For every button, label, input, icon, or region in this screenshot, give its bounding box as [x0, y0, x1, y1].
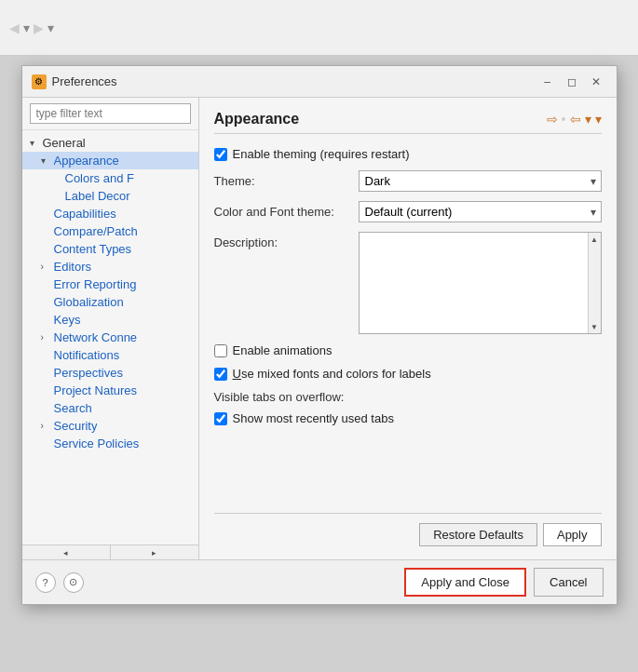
sidebar-scroll-left[interactable]: ◂: [22, 545, 111, 559]
tree-item-error[interactable]: Error Reporting: [22, 276, 198, 293]
dialog-title: Preferences: [52, 74, 117, 88]
footer-buttons: Apply and Close Cancel: [404, 568, 603, 597]
label-error: Error Reporting: [54, 277, 137, 291]
footer-icons: ? ⊙: [35, 572, 84, 593]
back-icon[interactable]: ◀: [9, 20, 20, 35]
description-label: Description:: [214, 232, 359, 249]
prefs-icon: ⚙: [32, 74, 47, 89]
window-controls: – ◻ ✕: [536, 73, 607, 91]
tree-item-network[interactable]: › Network Conne: [22, 329, 198, 346]
label-general: General: [43, 136, 86, 150]
sidebar-scroll-right[interactable]: ▸: [111, 545, 198, 559]
minimize-button[interactable]: –: [536, 73, 559, 91]
tree-item-service-policies[interactable]: Service Policies: [22, 435, 198, 452]
close-button[interactable]: ✕: [585, 73, 607, 91]
visible-tabs-section: Visible tabs on overflow: Show most rece…: [214, 390, 602, 435]
label-network: Network Conne: [54, 330, 138, 344]
arrow-label: [52, 191, 65, 201]
apply-close-button[interactable]: Apply and Close: [404, 568, 526, 597]
enable-theming-label[interactable]: Enable theming (requires restart): [214, 147, 410, 161]
show-recent-checkbox[interactable]: [214, 412, 227, 425]
arrow-network: ›: [41, 332, 54, 343]
filter-wrap: [22, 98, 198, 130]
enable-animations-checkbox[interactable]: [214, 344, 227, 357]
arrow-capabilities: [41, 208, 54, 219]
tree-item-appearance[interactable]: ▾ Appearance: [22, 152, 198, 169]
tree-item-keys[interactable]: Keys: [22, 311, 198, 329]
dropdown-icon[interactable]: ▾: [23, 20, 30, 35]
dialog-overlay: ⚙ Preferences – ◻ ✕ ▾ General: [0, 56, 638, 672]
cancel-button[interactable]: Cancel: [534, 568, 603, 597]
filter-input[interactable]: [30, 103, 191, 124]
tree-item-content-types[interactable]: Content Types: [22, 240, 198, 258]
tree-item-general[interactable]: ▾ General: [22, 134, 198, 152]
arrow-globalization: [41, 297, 54, 307]
nav-back-icon[interactable]: ⇨: [547, 112, 558, 127]
arrow-perspectives: [41, 368, 54, 378]
theme-label: Theme:: [214, 174, 359, 188]
preferences-dialog: ⚙ Preferences – ◻ ✕ ▾ General: [21, 65, 618, 605]
color-font-label: Color and Font theme:: [214, 205, 359, 219]
label-project-natures: Project Natures: [54, 383, 138, 397]
maximize-button[interactable]: ◻: [561, 73, 583, 91]
tree-item-globalization[interactable]: Globalization: [22, 293, 198, 311]
color-font-select-wrap: Default (current): [359, 201, 602, 222]
restore-defaults-button[interactable]: Restore Defaults: [419, 523, 537, 546]
color-font-select[interactable]: Default (current): [359, 201, 602, 222]
label-service-policies: Service Policies: [54, 437, 140, 450]
theme-select[interactable]: Dark Light Classic: [359, 170, 602, 192]
tree-item-editors[interactable]: › Editors: [22, 258, 198, 276]
tree-item-perspectives[interactable]: Perspectives: [22, 364, 198, 382]
nav-menu-icon[interactable]: ▾: [595, 112, 602, 127]
label-label: Label Decor: [65, 189, 130, 203]
enable-animations-text: Enable animations: [233, 343, 333, 357]
description-scrollbar[interactable]: ▲ ▼: [588, 233, 601, 333]
arrow-colors: [52, 173, 65, 183]
main-header: Appearance ⇨ • ⇦ ▾ ▾: [214, 111, 602, 134]
arrow-search: [41, 403, 54, 413]
title-bar-left: ⚙ Preferences: [32, 74, 117, 89]
tree-area[interactable]: ▾ General ▾ Appearance Colors and F: [22, 130, 198, 544]
tree-item-project-natures[interactable]: Project Natures: [22, 382, 198, 399]
desc-scroll-up[interactable]: ▲: [589, 233, 601, 246]
mixed-fonts-checkbox[interactable]: [214, 368, 227, 381]
forward-dropdown-icon[interactable]: ▾: [48, 20, 54, 35]
tree-item-security[interactable]: › Security: [22, 417, 198, 435]
description-row: Description: ▲ ▼: [214, 232, 602, 334]
apply-button[interactable]: Apply: [543, 523, 602, 546]
tree-item-label[interactable]: Label Decor: [22, 187, 198, 205]
info-icon-button[interactable]: ⊙: [63, 572, 84, 593]
mixed-fonts-label[interactable]: Use mixed fonts and colors for labels: [214, 367, 431, 381]
show-recent-text: Show most recently used tabs: [233, 411, 394, 425]
label-content-types: Content Types: [54, 242, 132, 256]
tree-item-capabilities[interactable]: Capabilities: [22, 205, 198, 222]
tree-item-search[interactable]: Search: [22, 399, 198, 417]
label-appearance: Appearance: [54, 154, 119, 168]
label-compare: Compare/Patch: [54, 224, 138, 238]
main-content: Appearance ⇨ • ⇦ ▾ ▾ Enable theming (req…: [199, 98, 617, 559]
forward-icon[interactable]: ▶: [34, 20, 44, 35]
label-keys: Keys: [54, 313, 81, 327]
arrow-appearance: ▾: [41, 155, 54, 166]
tree-item-colors[interactable]: Colors and F: [22, 169, 198, 187]
dialog-body: ▾ General ▾ Appearance Colors and F: [22, 98, 617, 559]
nav-forward-icon[interactable]: ⇦: [570, 112, 581, 127]
visible-tabs-label: Visible tabs on overflow:: [214, 390, 602, 404]
tree-item-notifications[interactable]: Notifications: [22, 346, 198, 364]
label-notifications: Notifications: [54, 348, 120, 362]
enable-theming-checkbox[interactable]: [214, 148, 227, 161]
show-recent-label[interactable]: Show most recently used tabs: [214, 411, 394, 425]
description-box: ▲ ▼: [359, 232, 602, 334]
help-icon-button[interactable]: ?: [35, 572, 56, 593]
bottom-button-row: Restore Defaults Apply: [214, 513, 602, 546]
enable-animations-label[interactable]: Enable animations: [214, 343, 333, 357]
label-editors: Editors: [54, 260, 91, 274]
mixed-fonts-row: Use mixed fonts and colors for labels: [214, 367, 602, 381]
desc-scroll-down[interactable]: ▼: [589, 320, 601, 333]
main-header-icons: ⇨ • ⇦ ▾ ▾: [547, 112, 602, 127]
label-globalization: Globalization: [54, 295, 124, 309]
theme-row: Theme: Dark Light Classic: [214, 170, 602, 192]
tree-item-compare[interactable]: Compare/Patch: [22, 222, 198, 240]
arrow-general: ▾: [30, 138, 43, 148]
nav-dropdown-icon[interactable]: ▾: [585, 112, 591, 127]
